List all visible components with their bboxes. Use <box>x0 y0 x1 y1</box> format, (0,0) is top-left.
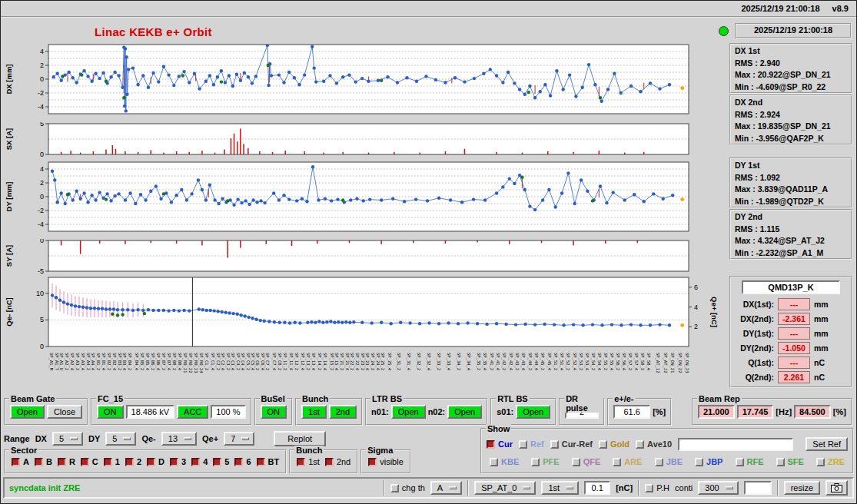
sector-toggle-5[interactable]: 5 <box>213 457 229 466</box>
range-label: Range <box>4 434 30 443</box>
sector-toggle-a[interactable]: A <box>12 457 29 466</box>
bunch-label: 1st <box>308 457 320 466</box>
sector-toggle-3[interactable]: 3 <box>170 457 186 466</box>
menu-dash-icon <box>523 486 530 489</box>
bunch-2nd-button[interactable]: 2nd <box>329 405 357 419</box>
svg-text:SP_C3_2: SP_C3_2 <box>225 353 231 370</box>
svg-text:2: 2 <box>40 179 44 187</box>
sector-label: B <box>46 457 52 466</box>
svg-text:SP_35_4: SP_35_4 <box>482 353 487 371</box>
menu-dash-icon <box>123 437 131 440</box>
show-rfe-toggle[interactable]: RFE <box>736 457 764 466</box>
svg-text:SP_B5_4: SP_B5_4 <box>144 353 150 371</box>
svg-text:4: 4 <box>40 165 44 173</box>
ltr-n02-open-button[interactable]: Open <box>447 405 482 419</box>
svg-text:SP_R0_24: SP_R0_24 <box>198 353 204 373</box>
monitor-label: Q(1st): <box>734 358 774 367</box>
snapshot-button[interactable] <box>825 480 848 496</box>
show-jbe-toggle[interactable]: JBE <box>655 457 683 466</box>
bunch-1st-toggle[interactable]: 1st <box>297 457 320 466</box>
svg-text:SY [A]: SY [A] <box>5 245 13 267</box>
stat-rms: RMS : 2.940 <box>735 58 847 70</box>
svg-text:SP_R0_23: SP_R0_23 <box>193 353 198 373</box>
svg-text:SP_22_2: SP_22_2 <box>349 353 354 370</box>
group-legend: DR pulse <box>564 394 603 413</box>
show-cur-ref-toggle[interactable]: Cur-Ref <box>550 439 593 449</box>
monitor-value: --- <box>778 356 810 369</box>
show-sfe-toggle[interactable]: SFE <box>776 457 804 466</box>
svg-text:SP_44_2: SP_44_2 <box>527 353 533 370</box>
sector-toggle-r[interactable]: R <box>58 457 75 466</box>
ltr-n01-open-button[interactable]: Open <box>391 405 426 419</box>
bpm-name-select[interactable]: SP_AT_0 <box>474 481 536 495</box>
bunch-label: 2nd <box>337 457 350 466</box>
checkbox <box>325 458 334 466</box>
sector-select[interactable]: A <box>430 481 462 495</box>
stat-dx-1st: DX 1st RMS : 2.940 Max : 20.922@SP_DN_21… <box>729 43 852 94</box>
sector-toggle-6[interactable]: 6 <box>234 457 251 466</box>
resize-button[interactable]: resize <box>784 481 820 495</box>
fc15-acc-button[interactable]: ACC <box>177 405 208 419</box>
monitor-unit: mm <box>814 314 829 323</box>
threshold-input[interactable]: 0.1 <box>584 481 610 495</box>
range-dx-select[interactable]: 5 <box>52 432 83 446</box>
sector-toggle-b[interactable]: B <box>35 457 52 466</box>
show-ref-toggle[interactable]: Ref <box>519 439 544 449</box>
range-qep-select[interactable]: 7 <box>224 432 254 446</box>
sector-toggle-c[interactable]: C <box>81 457 98 466</box>
chg-th-label: chg th <box>402 483 425 492</box>
svg-text:SP_C1_2: SP_C1_2 <box>204 353 209 370</box>
sector-toggle-2[interactable]: 2 <box>125 457 141 466</box>
checkbox <box>297 458 305 466</box>
svg-text:4: 4 <box>40 48 44 55</box>
beam-gate-open-button[interactable]: Open <box>10 405 45 419</box>
replot-button[interactable]: Replot <box>274 431 326 446</box>
sigma-visible-toggle[interactable]: visible <box>368 457 404 466</box>
checkbox <box>599 440 607 449</box>
svg-text:SP_23_2: SP_23_2 <box>360 353 365 370</box>
sector-toggle-1[interactable]: 1 <box>104 457 120 466</box>
show-gold-toggle[interactable]: Gold <box>599 439 629 449</box>
separator <box>777 480 779 496</box>
svg-text:SP_13_4: SP_13_4 <box>311 353 316 371</box>
chg-th-toggle[interactable]: chg th <box>390 483 425 492</box>
sector-toggle-4[interactable]: 4 <box>191 457 208 466</box>
show-pfe-toggle[interactable]: PFE <box>531 457 559 466</box>
show-jbp-toggle[interactable]: JBP <box>695 457 722 466</box>
ph-toggle[interactable]: P.H <box>645 483 669 492</box>
beam-gate-close-button[interactable]: Close <box>47 405 82 419</box>
group-legend: FC_15 <box>96 394 125 403</box>
rtl-s01-open-button[interactable]: Open <box>516 405 550 419</box>
range-qep-value: 7 <box>231 434 235 443</box>
repeat-count-select[interactable]: 300 <box>698 481 738 495</box>
bpm-selector[interactable]: QMD13P_K <box>742 280 840 294</box>
sector-toggle-bt[interactable]: BT <box>257 457 280 466</box>
separator <box>467 480 469 496</box>
show-qfe-toggle[interactable]: QFE <box>572 457 601 466</box>
range-dy-select[interactable]: 5 <box>105 432 136 446</box>
svg-text:SP_53_4: SP_53_4 <box>584 353 590 371</box>
stat-min: Min : -4.609@SP_R0_22 <box>735 81 847 94</box>
svg-text:SP_24_4: SP_24_4 <box>375 353 380 371</box>
aux-input[interactable] <box>744 481 772 495</box>
show-ave10-toggle[interactable]: Ave10 <box>636 439 672 449</box>
bunch-select[interactable]: 1st <box>541 481 579 495</box>
fc15-on-button[interactable]: ON <box>97 405 124 419</box>
checkbox <box>636 440 644 449</box>
show-kbe-toggle[interactable]: KBE <box>490 457 519 466</box>
show-cur-toggle[interactable]: Cur <box>487 439 513 449</box>
bunch-1st-button[interactable]: 1st <box>301 405 327 419</box>
bunch-2nd-toggle[interactable]: 2nd <box>325 457 350 466</box>
show-are-toggle[interactable]: ARE <box>613 457 642 466</box>
busel-on-button[interactable]: ON <box>261 405 287 419</box>
stat-min: Min : -3.956@QAF2P_K <box>735 133 847 145</box>
svg-text:Qe+ [nC]: Qe+ [nC] <box>710 297 719 327</box>
set-ref-button[interactable]: Set Ref <box>806 437 848 451</box>
menu-dash-icon <box>241 437 249 440</box>
svg-text:SP_41_4: SP_41_4 <box>495 353 500 371</box>
show-zre-toggle[interactable]: ZRE <box>816 457 845 466</box>
ref-name-input[interactable] <box>678 438 793 451</box>
show-label: Ref <box>530 439 544 449</box>
sector-toggle-d[interactable]: D <box>147 457 164 466</box>
range-qem-select[interactable]: 13 <box>161 432 197 446</box>
